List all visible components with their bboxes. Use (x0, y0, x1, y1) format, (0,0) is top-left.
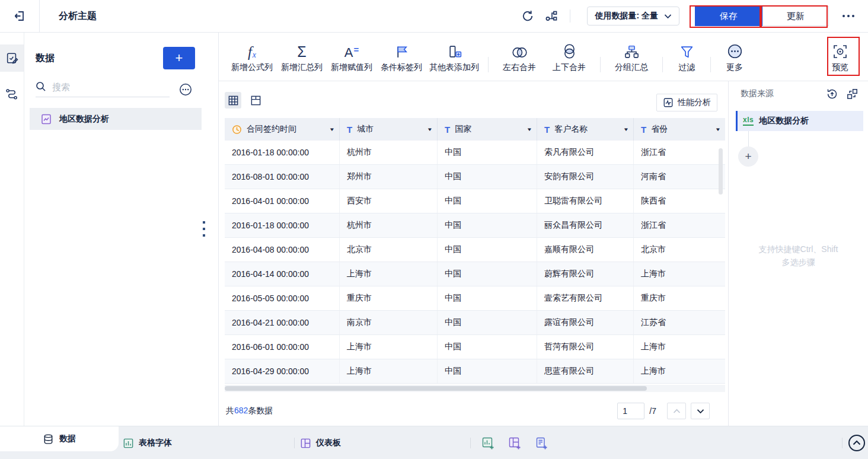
table-cell: 西安市 (340, 189, 438, 213)
table-header: 合同签约时间 ▼ T 城市 ▼ T 国家 ▼ (225, 118, 725, 141)
exit-button[interactable] (0, 0, 40, 32)
add-dataset-button[interactable]: + (163, 47, 195, 69)
sort-caret-icon[interactable]: ▼ (329, 127, 335, 132)
tool-new-assign-column[interactable]: A= 新增赋值列 (327, 43, 376, 73)
search-input[interactable] (52, 82, 153, 92)
table-cell: 中国 (438, 165, 537, 189)
tool-merge-left-right[interactable]: 左右合并 (494, 43, 544, 73)
sort-caret-icon[interactable]: ▼ (427, 127, 433, 132)
assign-icon: A= (344, 43, 359, 59)
column-header-country[interactable]: T 国家 ▼ (438, 118, 537, 141)
column-header-contract-time[interactable]: 合同签约时间 ▼ (225, 118, 340, 141)
bottom-bar-divider (294, 438, 295, 448)
table-cell: 丽众昌有限公司 (537, 213, 634, 237)
tool-more[interactable]: 更多 (717, 43, 752, 73)
vertical-scrollbar-thumb[interactable] (719, 148, 723, 195)
column-header-customer[interactable]: T 客户名称 ▼ (537, 118, 634, 141)
bottom-bar: 数据 表格字体 仪表板 (0, 426, 868, 459)
table-cell: 中国 (438, 335, 537, 359)
performance-analysis-button[interactable]: 性能分析 (656, 94, 717, 111)
add-step-button[interactable]: + (738, 146, 758, 167)
table-row[interactable]: 2016-04-01 00:00:00西安市中国卫聪雷有限公司陕西省 (225, 189, 725, 213)
table-cell: 上海市 (634, 359, 725, 383)
grid-view-toggle[interactable] (225, 92, 241, 109)
table-row[interactable]: 2016-04-08 00:00:00北京市中国嘉顺有限公司北京市 (225, 238, 725, 262)
sort-caret-icon[interactable]: ▼ (526, 127, 532, 132)
panel-drag-handle[interactable] (203, 221, 205, 237)
lineage-icon (545, 9, 558, 23)
table-row[interactable]: 2016-08-01 00:00:00郑州市中国安韵有限公司河南省 (225, 165, 725, 189)
dataset-item[interactable]: 地区数据分析 (30, 108, 202, 130)
toolbar-divider (662, 57, 663, 72)
tool-merge-up-down[interactable]: 上下合并 (544, 43, 594, 73)
source-step-item[interactable]: xls 地区数据分析 (736, 111, 863, 131)
text-type-icon: T (347, 125, 352, 135)
refresh-button[interactable] (518, 6, 538, 26)
table-area: 性能分析 合同签约时间 ▼ T 城市 (219, 81, 728, 426)
table-cell: 2016-01-18 00:00:00 (225, 141, 340, 164)
tab-data[interactable]: 数据 (0, 426, 119, 451)
add-report-button[interactable] (535, 436, 548, 450)
tool-preview[interactable]: 预览 (824, 43, 856, 73)
update-source-icon[interactable] (826, 88, 838, 100)
tab-table-component[interactable]: 表格字体 (123, 426, 172, 459)
table-row[interactable]: 2016-06-01 00:00:00上海市中国哲菏有限公司上海市 (225, 335, 725, 359)
table-row[interactable]: 2016-05-05 00:00:00重庆市中国壹索艺有限公司重庆市 (225, 286, 725, 311)
grid-view-icon (228, 95, 239, 106)
column-header-province[interactable]: T 省份 ▼ (634, 118, 725, 141)
swap-structure-icon[interactable] (846, 88, 859, 100)
tool-add-column-from-table[interactable]: 其他表添加列 (426, 43, 482, 73)
page-input[interactable] (617, 403, 644, 419)
add-dashboard-button[interactable] (508, 436, 522, 450)
data-volume-select[interactable]: 使用数据量: 全量 (587, 7, 679, 26)
table-cell: 上海市 (340, 359, 438, 383)
table-row[interactable]: 2016-04-21 00:00:00南京市中国露谊有限公司江苏省 (225, 311, 725, 335)
tool-new-formula-column[interactable]: fx 新增公式列 (227, 43, 277, 73)
table-cell: 上海市 (634, 262, 725, 286)
table-body: 2016-01-18 00:00:00杭州市中国索凡有限公司浙江省2016-08… (225, 141, 725, 384)
tool-new-summary-column[interactable]: Σ 新增汇总列 (277, 43, 327, 73)
rail-analysis-button[interactable] (0, 44, 24, 72)
table-cell: 上海市 (634, 335, 725, 359)
table-row[interactable]: 2016-04-29 00:00:00上海市中国思蓝有限公司上海市 (225, 359, 725, 384)
flow-icon (5, 87, 18, 100)
sort-caret-icon[interactable]: ▼ (623, 127, 629, 132)
rail-flow-button[interactable] (0, 80, 24, 107)
table-row[interactable]: 2016-04-14 00:00:00上海市中国蔚辉有限公司上海市 (225, 262, 725, 286)
table-cell: 河南省 (634, 165, 725, 189)
table-cell: 思蓝有限公司 (537, 359, 634, 383)
table-cell: 卫聪雷有限公司 (537, 189, 634, 213)
table-cell: 壹索艺有限公司 (537, 286, 634, 310)
table-cell: 2016-04-14 00:00:00 (225, 262, 340, 286)
save-button[interactable]: 保存 (695, 6, 762, 26)
more-menu-button[interactable] (838, 6, 859, 26)
sort-caret-icon[interactable]: ▼ (715, 127, 721, 132)
row-count-label: 共682条数据 (226, 406, 273, 416)
tool-filter[interactable]: 过滤 (669, 43, 704, 73)
clipboard-edit-icon (5, 52, 18, 65)
tab-dashboard[interactable]: 仪表板 (300, 426, 341, 459)
page-down-button[interactable] (691, 403, 710, 419)
add-chart-component-button[interactable] (481, 436, 495, 450)
table-row[interactable]: 2016-01-18 00:00:00杭州市中国索凡有限公司浙江省 (225, 141, 725, 165)
column-header-city[interactable]: T 城市 ▼ (340, 118, 438, 141)
table-cell: 杭州市 (340, 213, 438, 237)
horizontal-scrollbar-thumb[interactable] (225, 386, 647, 391)
update-button[interactable]: 更新 (762, 6, 829, 26)
lineage-button[interactable] (541, 6, 561, 26)
search-options-button[interactable] (179, 83, 192, 96)
table-cell: 2016-04-29 00:00:00 (225, 359, 340, 383)
tool-group-summary[interactable]: 分组汇总 (607, 43, 656, 73)
text-type-icon: T (544, 125, 550, 135)
chevron-down-icon (664, 14, 672, 19)
table-cell: 2016-01-18 00:00:00 (225, 213, 340, 237)
tool-condition-tag-column[interactable]: 条件标签列 (376, 43, 426, 73)
data-panel-title: 数据 (36, 52, 55, 65)
collapse-bottom-bar-button[interactable] (848, 434, 866, 452)
page-up-button[interactable] (667, 403, 686, 419)
table-row[interactable]: 2016-01-18 00:00:00杭州市中国丽众昌有限公司浙江省 (225, 213, 725, 238)
table-cell: 中国 (438, 238, 537, 262)
table-view-toggle[interactable] (247, 92, 264, 109)
fx-icon: fx (248, 43, 256, 59)
merge-left-right-icon (512, 43, 528, 59)
